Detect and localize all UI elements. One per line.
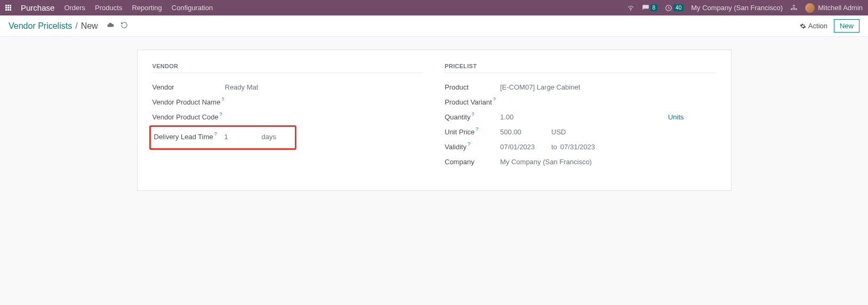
action-menu[interactable]: Action [800, 22, 827, 30]
label-quantity: Quantity? [445, 113, 500, 121]
value-unit-price[interactable]: 500.00 [500, 128, 551, 136]
label-vendor-product-name: Vendor Product Name? [152, 98, 225, 106]
menu-products[interactable]: Products [95, 4, 122, 12]
action-bar: Vendor Pricelists / New Action New [0, 15, 868, 37]
topbar-left: Purchase Orders Products Reporting Confi… [5, 3, 213, 12]
label-vendor: Vendor [152, 83, 225, 91]
svg-point-0 [630, 9, 631, 10]
top-navbar: Purchase Orders Products Reporting Confi… [0, 0, 868, 15]
help-icon[interactable]: ? [476, 126, 478, 132]
label-product: Product [445, 83, 500, 91]
action-menu-label: Action [808, 22, 827, 30]
label-validity: Validity? [445, 143, 500, 151]
activities-badge: 40 [673, 4, 684, 11]
breadcrumb-current: New [81, 21, 98, 31]
breadcrumb: Vendor Pricelists / New [9, 21, 128, 31]
field-unit-price: Unit Price? 500.00 USD [445, 124, 716, 139]
apps-icon[interactable] [5, 5, 11, 11]
help-icon[interactable]: ? [471, 111, 474, 117]
label-company: Company [445, 158, 500, 166]
value-company[interactable]: My Company (San Francisco) [500, 158, 592, 166]
debug-icon[interactable] [790, 4, 798, 12]
value-validity-to[interactable]: 07/31/2023 [560, 143, 595, 151]
gear-icon [800, 23, 806, 29]
messages-icon[interactable]: 8 [642, 4, 658, 12]
save-cloud-icon[interactable] [107, 21, 114, 31]
activities-icon[interactable]: 40 [665, 4, 684, 12]
help-icon[interactable]: ? [221, 97, 224, 102]
avatar [805, 3, 815, 13]
user-name-label: Mitchell Admin [818, 4, 863, 12]
help-icon[interactable]: ? [468, 141, 470, 147]
sheet-container: VENDOR Vendor Ready Mat Vendor Product N… [0, 37, 868, 204]
delivery-lead-time-highlight: Delivery Lead Time? 1 days [149, 125, 296, 150]
new-button[interactable]: New [834, 19, 859, 33]
company-switcher[interactable]: My Company (San Francisco) [691, 4, 783, 12]
breadcrumb-root[interactable]: Vendor Pricelists [9, 21, 72, 31]
field-delivery-lead-time: Delivery Lead Time? 1 days [154, 129, 292, 144]
label-delivery-lead-time: Delivery Lead Time? [154, 133, 224, 141]
value-vendor[interactable]: Ready Mat [225, 83, 259, 91]
menu-reporting[interactable]: Reporting [132, 4, 162, 12]
messages-badge: 8 [650, 4, 658, 11]
help-icon[interactable]: ? [214, 131, 217, 137]
value-validity-from[interactable]: 07/01/2023 [500, 143, 551, 151]
vendor-column: VENDOR Vendor Ready Mat Vendor Product N… [152, 63, 424, 169]
unit-price-currency[interactable]: USD [551, 128, 566, 136]
field-vendor-product-name: Vendor Product Name? [152, 94, 424, 109]
user-menu[interactable]: Mitchell Admin [805, 3, 863, 13]
discard-undo-icon[interactable] [120, 21, 128, 31]
field-quantity: Quantity? 1.00 Units [445, 109, 716, 124]
field-company: Company My Company (San Francisco) [445, 154, 716, 169]
value-quantity[interactable]: 1.00 [500, 113, 612, 121]
app-name[interactable]: Purchase [21, 3, 54, 12]
topbar-right: 8 40 My Company (San Francisco) Mitchell… [627, 3, 863, 13]
breadcrumb-separator: / [75, 21, 77, 31]
value-product[interactable]: [E-COM07] Large Cabinet [500, 83, 580, 91]
field-validity: Validity? 07/01/2023 to 07/31/2023 [445, 139, 716, 154]
field-vendor-product-code: Vendor Product Code? [152, 109, 424, 124]
menu-orders[interactable]: Orders [64, 4, 85, 12]
wifi-icon[interactable] [627, 4, 634, 12]
help-icon[interactable]: ? [493, 97, 496, 102]
field-vendor: Vendor Ready Mat [152, 79, 424, 94]
label-product-variant: Product Variant? [445, 98, 500, 106]
pricelist-column: PRICELIST Product [E-COM07] Large Cabine… [445, 63, 716, 169]
field-product: Product [E-COM07] Large Cabinet [445, 79, 716, 94]
field-product-variant: Product Variant? [445, 94, 716, 109]
form-sheet: VENDOR Vendor Ready Mat Vendor Product N… [137, 50, 732, 191]
menu-configuration[interactable]: Configuration [172, 4, 213, 12]
actionbar-right: Action New [800, 19, 859, 33]
pricelist-section-title: PRICELIST [445, 63, 716, 73]
value-delivery-lead-time[interactable]: 1 [224, 133, 262, 141]
delivery-lead-time-unit: days [262, 133, 276, 141]
quantity-uom[interactable]: Units [668, 113, 716, 121]
validity-separator: to [551, 143, 557, 151]
label-vendor-product-code: Vendor Product Code? [152, 113, 225, 121]
label-unit-price: Unit Price? [445, 128, 500, 136]
vendor-section-title: VENDOR [152, 63, 424, 73]
help-icon[interactable]: ? [220, 111, 222, 117]
svg-point-2 [793, 7, 795, 10]
